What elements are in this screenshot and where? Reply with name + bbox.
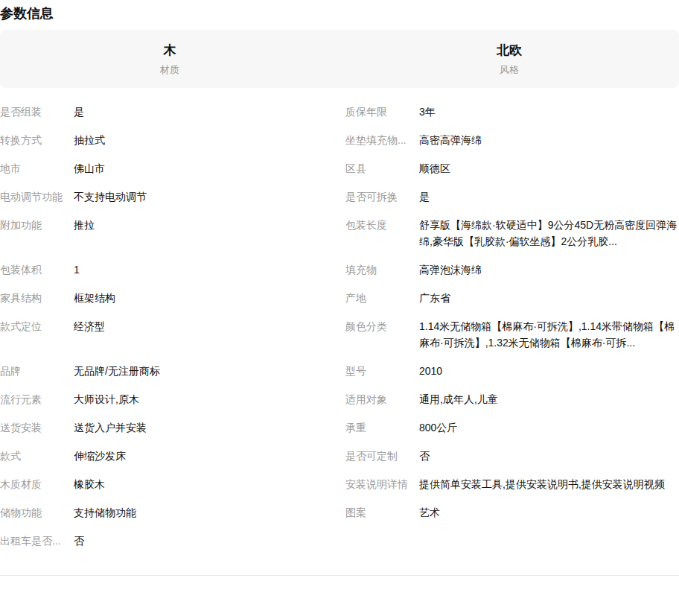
param-label: 款式定位 <box>0 318 67 334</box>
param-label: 区县 <box>345 160 412 177</box>
param-value: 高弹泡沫海绵 <box>419 261 679 278</box>
param-value: 否 <box>419 448 679 464</box>
param-cell: 木质材质橡胶木 <box>0 476 340 504</box>
param-label: 产地 <box>345 290 412 306</box>
param-row: 款式定位经济型颜色分类1.14米无储物箱【棉麻布·可拆洗】,1.14米带储物箱【… <box>0 318 679 363</box>
param-row: 出租车是否...否 <box>0 533 679 561</box>
param-value: 艺术 <box>419 504 679 521</box>
bottom-divider <box>0 575 679 576</box>
param-value: 1 <box>74 261 340 278</box>
section-title: 参数信息 <box>0 0 679 24</box>
param-label: 木质材质 <box>0 476 67 492</box>
param-label: 家具结构 <box>0 290 67 306</box>
param-cell: 转换方式抽拉式 <box>0 132 340 160</box>
param-cell: 附加功能推拉 <box>0 217 340 261</box>
param-cell: 是否可定制否 <box>340 448 679 476</box>
param-value: 无品牌/无注册商标 <box>74 363 340 379</box>
param-row: 包装体积1填充物高弹泡沫海绵 <box>0 261 679 290</box>
param-cell: 承重800公斤 <box>340 419 679 448</box>
param-label: 流行元素 <box>0 391 67 407</box>
param-cell: 储物功能支持储物功能 <box>0 504 340 533</box>
param-row: 转换方式抽拉式坐垫填充物...高密高弹海绵 <box>0 132 679 160</box>
param-label: 包装体积 <box>0 261 67 278</box>
parameter-info-section: 参数信息 木 材质 北欧 风格 是否组装是质保年限3年转换方式抽拉式坐垫填充物.… <box>0 0 679 616</box>
param-cell: 图案艺术 <box>340 504 679 533</box>
param-cell: 电动调节功能不支持电动调节 <box>0 188 340 217</box>
param-label: 附加功能 <box>0 217 67 233</box>
param-cell: 填充物高弹泡沫海绵 <box>340 261 679 290</box>
params-table: 是否组装是质保年限3年转换方式抽拉式坐垫填充物...高密高弹海绵地市佛山市区县顺… <box>0 104 679 561</box>
param-value: 框架结构 <box>74 290 340 306</box>
param-row: 电动调节功能不支持电动调节是否可拆换是 <box>0 188 679 217</box>
param-row: 是否组装是质保年限3年 <box>0 104 679 132</box>
param-label: 图案 <box>345 504 412 521</box>
param-label: 储物功能 <box>0 504 67 521</box>
param-label: 填充物 <box>345 261 412 278</box>
param-cell: 坐垫填充物...高密高弹海绵 <box>340 132 679 160</box>
param-row: 送货安装送货入户并安装承重800公斤 <box>0 419 679 448</box>
param-value: 大师设计,原木 <box>74 391 340 407</box>
param-value: 广东省 <box>419 290 679 306</box>
param-row: 流行元素大师设计,原木适用对象通用,成年人,儿童 <box>0 391 679 419</box>
param-label: 转换方式 <box>0 132 67 148</box>
param-value: 推拉 <box>74 217 340 233</box>
param-row: 品牌无品牌/无注册商标型号2010 <box>0 363 679 391</box>
param-row: 木质材质橡胶木安装说明详情提供简单安装工具,提供安装说明书,提供安装说明视频 <box>0 476 679 504</box>
param-cell: 流行元素大师设计,原木 <box>0 391 340 419</box>
param-label: 送货安装 <box>0 419 67 436</box>
highlight-style-label: 风格 <box>340 63 679 77</box>
param-label: 承重 <box>345 419 412 436</box>
param-value: 橡胶木 <box>74 476 340 492</box>
param-row: 款式伸缩沙发床是否可定制否 <box>0 448 679 476</box>
param-cell: 是否可拆换是 <box>340 188 679 217</box>
param-value: 舒享版【海绵款·软硬适中】9公分45D无粉高密度回弹海绵,豪华版【乳胶款·偏软坐… <box>419 217 679 250</box>
param-value: 是 <box>74 104 340 120</box>
param-cell: 安装说明详情提供简单安装工具,提供安装说明书,提供安装说明视频 <box>340 476 679 504</box>
param-value: 顺德区 <box>419 160 679 177</box>
param-label: 是否可定制 <box>345 448 412 464</box>
param-row: 附加功能推拉包装长度舒享版【海绵款·软硬适中】9公分45D无粉高密度回弹海绵,豪… <box>0 217 679 261</box>
param-cell: 包装体积1 <box>0 261 340 290</box>
param-label: 质保年限 <box>345 104 412 120</box>
param-label: 款式 <box>0 448 67 464</box>
param-row: 储物功能支持储物功能图案艺术 <box>0 504 679 533</box>
param-label: 颜色分类 <box>345 318 412 334</box>
highlight-style-value: 北欧 <box>340 42 679 60</box>
param-cell: 品牌无品牌/无注册商标 <box>0 363 340 391</box>
param-value: 800公斤 <box>419 419 679 436</box>
param-cell: 送货安装送货入户并安装 <box>0 419 340 448</box>
param-value: 经济型 <box>74 318 340 334</box>
param-cell: 包装长度舒享版【海绵款·软硬适中】9公分45D无粉高密度回弹海绵,豪华版【乳胶款… <box>340 217 679 261</box>
param-cell: 家具结构框架结构 <box>0 290 340 318</box>
param-row: 地市佛山市区县顺德区 <box>0 160 679 188</box>
param-label: 是否组装 <box>0 104 67 120</box>
param-value: 抽拉式 <box>74 132 340 148</box>
param-value: 送货入户并安装 <box>74 419 340 436</box>
param-cell: 适用对象通用,成年人,儿童 <box>340 391 679 419</box>
highlight-material-label: 材质 <box>0 63 340 77</box>
param-cell: 型号2010 <box>340 363 679 391</box>
param-label: 坐垫填充物... <box>345 132 412 148</box>
param-value: 3年 <box>419 104 679 120</box>
param-cell <box>340 533 679 561</box>
param-value: 1.14米无储物箱【棉麻布·可拆洗】,1.14米带储物箱【棉麻布·可拆洗】,1.… <box>419 318 679 351</box>
highlight-band: 木 材质 北欧 风格 <box>0 30 679 88</box>
param-value: 否 <box>74 533 340 549</box>
param-label: 是否可拆换 <box>345 188 412 205</box>
param-cell: 地市佛山市 <box>0 160 340 188</box>
param-cell: 颜色分类1.14米无储物箱【棉麻布·可拆洗】,1.14米带储物箱【棉麻布·可拆洗… <box>340 318 679 363</box>
param-label: 安装说明详情 <box>345 476 412 492</box>
param-cell: 是否组装是 <box>0 104 340 132</box>
highlight-style: 北欧 风格 <box>340 42 679 77</box>
highlight-material-value: 木 <box>0 42 340 60</box>
param-value: 不支持电动调节 <box>74 188 340 205</box>
param-cell: 质保年限3年 <box>340 104 679 132</box>
param-value: 提供简单安装工具,提供安装说明书,提供安装说明视频 <box>419 476 679 492</box>
param-value: 2010 <box>419 363 679 379</box>
param-cell: 款式定位经济型 <box>0 318 340 363</box>
param-row: 家具结构框架结构产地广东省 <box>0 290 679 318</box>
param-label: 电动调节功能 <box>0 188 67 205</box>
param-value: 是 <box>419 188 679 205</box>
param-label: 出租车是否... <box>0 533 67 549</box>
param-cell: 出租车是否...否 <box>0 533 340 561</box>
